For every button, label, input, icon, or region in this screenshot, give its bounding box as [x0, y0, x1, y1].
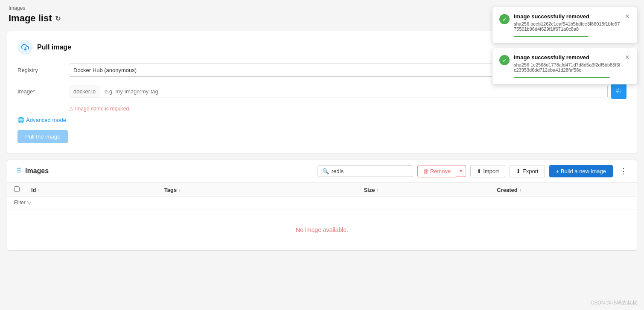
filter-row: Filter ▽	[7, 197, 637, 209]
col-tags-label: Tags	[164, 187, 177, 193]
col-created[interactable]: Created ↕	[497, 187, 630, 193]
toast-1-content: Image successfully removed sha256:aceb12…	[514, 13, 621, 37]
select-all-checkbox[interactable]	[14, 186, 20, 192]
image-label: Image*	[17, 88, 69, 95]
toast-1-body: sha256:aceb1262c1eaf541b5bdfce3f86018f1b…	[514, 21, 621, 32]
export-label: Export	[522, 168, 539, 174]
col-tags[interactable]: Tags ↓	[164, 187, 364, 193]
search-icon: 🔍	[322, 168, 329, 174]
export-button[interactable]: ⬇ Export	[510, 165, 545, 177]
no-data-text: No image available.	[296, 226, 348, 233]
image-input-wrapper: docker.io	[69, 85, 608, 98]
toast-1-title: Image successfully removed	[514, 13, 621, 20]
filter-text: Filter	[14, 200, 26, 206]
pull-icon	[17, 40, 33, 55]
toast-2-close-button[interactable]: ✕	[625, 54, 630, 60]
search-box: 🔍	[318, 165, 413, 177]
toast-1-progress	[514, 36, 589, 37]
import-button[interactable]: ⬆ Import	[470, 165, 505, 177]
warning-icon: ⚠	[69, 106, 73, 112]
toast-1-close-button[interactable]: ✕	[625, 13, 630, 19]
list-icon	[14, 166, 22, 176]
col-id[interactable]: Id ↕	[31, 187, 164, 193]
toast-2-content: Image successfully removed sha256:1c2568…	[514, 54, 621, 78]
sort-created-icon[interactable]: ↕	[519, 188, 522, 192]
filter-label: Filter ▽	[14, 200, 31, 206]
image-row: Image* docker.io	[17, 84, 627, 99]
toast-1-check-icon: ✓	[499, 14, 510, 24]
col-id-label: Id	[31, 187, 36, 193]
remove-button-group: 🗑 Remove ▾	[417, 165, 466, 177]
docker-search-button[interactable]	[611, 84, 627, 99]
remove-label: Remove	[430, 168, 451, 174]
toast-container: ✓ Image successfully removed sha256:aceb…	[492, 7, 637, 84]
advanced-mode-label: Advanced mode	[26, 117, 66, 123]
remove-button[interactable]: 🗑 Remove	[417, 165, 456, 177]
toast-2-check-icon: ✓	[499, 55, 510, 65]
table-header: Id ↕ Tags ↓ Size ↕ Created ↕	[7, 183, 637, 197]
images-title-text: Images	[25, 167, 49, 175]
build-new-image-button[interactable]: + Build a new image	[549, 165, 613, 177]
select-all-checkbox-cell	[14, 186, 31, 193]
error-text: Image name is required.	[75, 106, 130, 112]
toast-2: ✓ Image successfully removed sha256:1c25…	[492, 48, 637, 84]
image-prefix: docker.io	[69, 85, 100, 98]
col-size[interactable]: Size ↕	[364, 187, 497, 193]
toast-1: ✓ Image successfully removed sha256:aceb…	[492, 7, 637, 43]
images-section-title: Images	[14, 166, 313, 176]
import-icon: ⬆	[477, 168, 481, 174]
search-input[interactable]	[332, 168, 408, 174]
refresh-icon[interactable]: ↻	[55, 14, 61, 23]
col-created-label: Created	[497, 187, 517, 193]
toast-2-body: sha256:1c2568d1778afd471d7d8d5a3f2df5bb8…	[514, 62, 621, 72]
toast-2-progress	[514, 77, 610, 78]
image-text-input[interactable]	[100, 85, 607, 98]
globe-icon: 🌐	[17, 117, 24, 123]
advanced-mode-link[interactable]: 🌐 Advanced mode	[17, 117, 627, 123]
images-section: Images 🔍 🗑 Remove ▾ ⬆ Import ⬇ Export + …	[7, 159, 637, 251]
pull-image-button[interactable]: Pull the image	[17, 130, 68, 143]
remove-dropdown-button[interactable]: ▾	[456, 165, 466, 177]
sort-id-icon[interactable]: ↕	[38, 188, 40, 192]
sort-tags-icon[interactable]: ↓	[178, 188, 181, 192]
no-data-message: No image available.	[7, 209, 637, 250]
image-error-message: ⚠ Image name is required.	[69, 106, 627, 112]
watermark: CSDN @小码农叔叔	[590, 299, 637, 307]
col-size-label: Size	[364, 187, 375, 193]
sort-size-icon[interactable]: ↕	[376, 188, 379, 192]
export-icon: ⬇	[516, 168, 521, 174]
images-toolbar: Images 🔍 🗑 Remove ▾ ⬆ Import ⬇ Export + …	[7, 159, 637, 183]
page-title-text: Image list	[9, 13, 52, 24]
toast-2-title: Image successfully removed	[514, 54, 621, 61]
trash-icon: 🗑	[423, 168, 428, 174]
filter-icon[interactable]: ▽	[27, 200, 31, 206]
import-label: Import	[483, 168, 499, 174]
registry-label: Registry	[17, 67, 69, 73]
more-options-button[interactable]: ⋮	[617, 165, 630, 177]
pull-image-title-text: Pull image	[37, 43, 71, 51]
